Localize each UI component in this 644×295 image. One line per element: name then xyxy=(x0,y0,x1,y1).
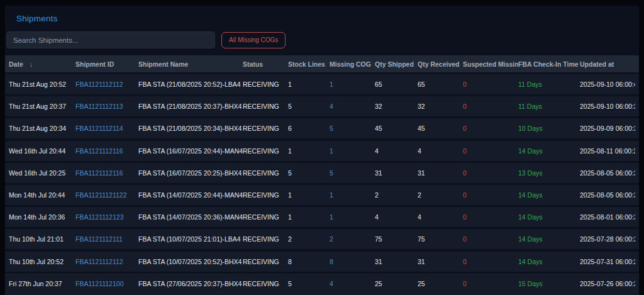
suspected-missing-cell: 0 xyxy=(463,258,518,265)
column-header-shipment-name[interactable]: Shipment Name xyxy=(138,60,243,68)
table-row[interactable]: Thu 21st Aug 20:37 FBA1121112113 FBA STA… xyxy=(5,96,639,116)
updated-at-cell: 2025-08-01 06:00:30 xyxy=(580,213,635,221)
missing-cog-link[interactable]: 1 xyxy=(330,191,333,199)
date-cell: Wed 16th Jul 20:44 xyxy=(9,147,75,155)
search-input[interactable] xyxy=(6,31,215,48)
shipment-id-link[interactable]: FBA1121112116 xyxy=(75,147,123,155)
updated-at-cell: 2025-09-10 06:00:38 xyxy=(580,103,635,110)
table-row[interactable]: Wed 16th Jul 20:44 FBA1121112116 FBA STA… xyxy=(5,141,639,161)
missing-cog-link[interactable]: 1 xyxy=(330,147,333,155)
shipment-name-cell: FBA STA (21/08/2025 20:37)-BHX4 xyxy=(138,103,243,110)
column-header-qty-received[interactable]: Qty Received xyxy=(418,60,463,68)
suspected-missing-cell: 0 xyxy=(463,280,518,287)
column-header-date[interactable]: Date↓ xyxy=(9,60,75,68)
missing-cog-link[interactable]: 1 xyxy=(330,213,333,221)
missing-cog-link[interactable]: 8 xyxy=(330,258,333,265)
column-header-updated-at[interactable]: Updated at xyxy=(580,60,635,68)
date-cell: Thu 21st Aug 20:52 xyxy=(9,81,75,88)
updated-at-cell: 2025-08-05 06:00:30 xyxy=(580,191,635,199)
qty-shipped-cell: 25 xyxy=(375,280,418,287)
table-header-row: Date↓ Shipment ID Shipment Name Status S… xyxy=(5,55,639,72)
date-cell: Fri 27th Jun 20:37 xyxy=(9,280,75,287)
stock-lines-cell: 5 xyxy=(288,280,330,287)
shipment-id-link[interactable]: FBA1121112113 xyxy=(75,103,123,110)
sort-desc-icon: ↓ xyxy=(30,60,33,68)
date-cell: Thu 21st Aug 20:34 xyxy=(9,125,75,132)
date-cell: Wed 16th Jul 20:25 xyxy=(9,169,75,177)
shipment-id-link[interactable]: FBA1121112111 xyxy=(75,235,123,243)
missing-cog-link[interactable]: 4 xyxy=(330,103,333,110)
all-missing-cogs-button[interactable]: All Missing COGs xyxy=(221,32,286,48)
shipment-id-link[interactable]: FBA1121112100 xyxy=(75,280,123,287)
updated-at-cell: 2025-09-09 06:00:36 xyxy=(580,125,635,132)
stock-lines-cell: 1 xyxy=(288,147,330,155)
shipment-name-cell: FBA STA (21/08/2025 20:52)-LBA4 xyxy=(138,81,243,88)
column-header-status[interactable]: Status xyxy=(243,60,288,68)
qty-received-cell: 31 xyxy=(418,169,463,177)
stock-lines-cell: 1 xyxy=(288,81,330,88)
column-header-missing-cog[interactable]: Missing COG xyxy=(330,60,375,68)
column-header-stock-lines[interactable]: Stock Lines xyxy=(288,60,330,68)
status-cell: RECEIVING xyxy=(243,81,288,88)
table-row[interactable]: Thu 10th Jul 21:01 FBA1121112111 FBA STA… xyxy=(5,229,639,249)
status-cell: RECEIVING xyxy=(243,235,288,243)
status-cell: RECEIVING xyxy=(243,169,288,177)
missing-cog-link[interactable]: 5 xyxy=(330,169,333,177)
column-header-suspected-missing[interactable]: Suspected Missing xyxy=(463,60,518,68)
qty-shipped-cell: 2 xyxy=(375,191,418,199)
stock-lines-cell: 5 xyxy=(288,169,330,177)
shipment-id-link[interactable]: FBA1121112116 xyxy=(75,169,123,177)
missing-cog-link[interactable]: 1 xyxy=(330,81,333,88)
updated-at-cell: 2025-08-05 06:00:35 xyxy=(580,169,635,177)
status-cell: RECEIVING xyxy=(243,147,288,155)
stock-lines-cell: 8 xyxy=(288,258,330,265)
date-cell: Mon 14th Jul 20:44 xyxy=(9,191,75,199)
qty-shipped-cell: 45 xyxy=(375,125,418,132)
column-header-shipment-id[interactable]: Shipment ID xyxy=(75,60,138,68)
fba-check-in-time-cell: 10 Days xyxy=(518,125,580,132)
table-row[interactable]: Thu 21st Aug 20:34 FBA1121112114 FBA STA… xyxy=(5,118,639,138)
qty-shipped-cell: 65 xyxy=(375,81,418,88)
missing-cog-link[interactable]: 2 xyxy=(330,235,333,243)
shipment-id-link[interactable]: FBA1121112123 xyxy=(75,213,123,221)
shipment-id-link[interactable]: FBA1121112114 xyxy=(75,125,123,132)
table-row[interactable]: Thu 21st Aug 20:52 FBA1121112112 FBA STA… xyxy=(5,74,639,94)
shipment-name-cell: FBA STA (10/07/2025 20:52)-BHX4 xyxy=(138,258,243,265)
suspected-missing-cell: 0 xyxy=(463,191,518,199)
fba-check-in-time-cell: 14 Days xyxy=(518,147,580,155)
date-cell: Mon 14th Jul 20:36 xyxy=(9,213,75,221)
table-row[interactable]: Mon 14th Jul 20:44 FBA11211121122 FBA ST… xyxy=(5,185,639,205)
column-header-fba-check-in-time[interactable]: FBA Check-In Time xyxy=(518,60,580,68)
date-cell: Thu 10th Jul 21:01 xyxy=(9,235,75,243)
date-cell: Thu 10th Jul 20:52 xyxy=(9,258,75,265)
shipment-id-link[interactable]: FBA1121112112 xyxy=(75,258,123,265)
fba-check-in-time-cell: 11 Days xyxy=(518,103,580,110)
stock-lines-cell: 1 xyxy=(288,191,330,199)
missing-cog-link[interactable]: 5 xyxy=(330,125,333,132)
updated-at-cell: 2025-09-10 06:00:43 xyxy=(580,81,635,88)
qty-received-cell: 25 xyxy=(418,280,463,287)
column-header-qty-shipped[interactable]: Qty Shipped xyxy=(375,60,418,68)
status-cell: RECEIVING xyxy=(243,191,288,199)
shipment-id-link[interactable]: FBA1121112112 xyxy=(75,81,123,88)
table-row[interactable]: Mon 14th Jul 20:36 FBA1121112123 FBA STA… xyxy=(5,207,639,227)
table-row[interactable]: Thu 10th Jul 20:52 FBA1121112112 FBA STA… xyxy=(5,252,639,272)
date-cell: Thu 21st Aug 20:37 xyxy=(9,103,75,110)
shipment-name-cell: FBA STA (14/07/2025 20:44)-MAN4 xyxy=(138,191,243,199)
table-row[interactable]: Fri 27th Jun 20:37 FBA1121112100 FBA STA… xyxy=(5,274,639,294)
page-title: Shipments xyxy=(16,14,639,23)
table-row[interactable]: Wed 16th Jul 20:25 FBA1121112116 FBA STA… xyxy=(5,163,639,183)
qty-received-cell: 31 xyxy=(418,258,463,265)
status-cell: RECEIVING xyxy=(243,258,288,265)
fba-check-in-time-cell: 14 Days xyxy=(518,258,580,265)
suspected-missing-cell: 0 xyxy=(463,213,518,221)
qty-shipped-cell: 31 xyxy=(375,258,418,265)
suspected-missing-cell: 0 xyxy=(463,125,518,132)
shipment-name-cell: FBA STA (27/06/2025 20:37)-BHX4 xyxy=(138,280,243,287)
updated-at-cell: 2025-07-26 06:00:33 xyxy=(580,280,635,287)
suspected-missing-cell: 0 xyxy=(463,147,518,155)
qty-shipped-cell: 32 xyxy=(375,103,418,110)
qty-received-cell: 65 xyxy=(418,81,463,88)
missing-cog-link[interactable]: 4 xyxy=(330,280,333,287)
shipment-id-link[interactable]: FBA11211121122 xyxy=(75,191,127,199)
